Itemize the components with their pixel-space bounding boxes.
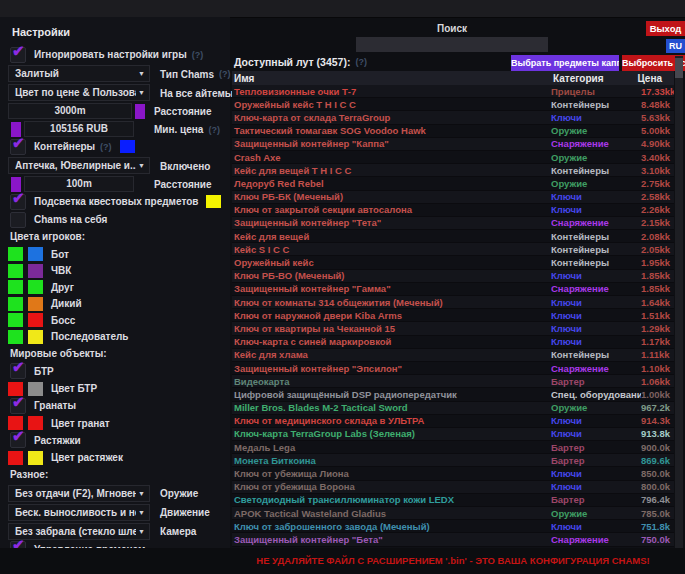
item-name: Ключ-карта с синей маркировкой <box>232 336 551 347</box>
table-row[interactable]: Тактический томагавк SOG Voodoo HawkОруж… <box>232 125 674 138</box>
table-row[interactable]: Цифровой защищённый DSP радиопередатчикС… <box>232 388 674 401</box>
table-scrollbar[interactable] <box>675 56 683 548</box>
checkbox-row: ✔Игнорировать настройки игры(?) <box>8 47 226 62</box>
table-row[interactable]: Кейс для вещей T H I C CКонтейнеры3.10kk <box>232 164 674 177</box>
dropdown[interactable]: Аптечка, Ювелирные и...▼ <box>8 157 150 174</box>
color-swatch[interactable] <box>8 280 23 294</box>
table-row[interactable]: Crash AxeОружие3.40kk <box>232 151 674 164</box>
column-header-name[interactable]: Имя <box>232 73 553 84</box>
table-row[interactable]: Ключ от закрытой секции автосалонаКлючи2… <box>232 204 674 217</box>
check-icon: ✔ <box>12 43 25 58</box>
dropdown-value: Цвет по цене & Пользователь <box>15 87 136 98</box>
search-input[interactable] <box>356 37 548 52</box>
color-pair-label: Цвет БТР <box>51 383 97 394</box>
item-category: Контейнеры <box>551 349 641 360</box>
color-swatch[interactable] <box>135 104 145 119</box>
checkbox[interactable] <box>10 212 26 228</box>
dropdown-label-text: На все айтемы <box>160 87 233 98</box>
language-button[interactable]: RU <box>666 39 685 53</box>
color-swatch[interactable] <box>28 280 43 294</box>
color-swatch[interactable] <box>120 140 135 153</box>
checkbox[interactable]: ✔ <box>10 47 26 63</box>
table-row[interactable]: Кейс для вещейКонтейнеры2.08kk <box>232 230 674 243</box>
table-row[interactable]: Оружейный кейс T H I C CКонтейнеры8.48kk <box>232 98 674 111</box>
item-category: Ключи <box>551 468 641 479</box>
table-row[interactable]: Ключ-карта с синей маркировкойКлючи1.17k… <box>232 336 674 349</box>
dropdown[interactable]: Без отдачи (F2), Мгновенное п▼ <box>8 485 150 502</box>
color-swatch[interactable] <box>28 297 43 311</box>
chevron-down-icon: ▼ <box>138 528 145 535</box>
table-row[interactable]: Монета БиткоинаБартер869.6k <box>232 454 674 467</box>
table-row[interactable]: Ключ-карта TerraGroup Labs (Зеленая)Ключ… <box>232 428 674 441</box>
dropdown[interactable]: Без забрала (стекло шлема)▼ <box>8 523 150 540</box>
help-icon[interactable]: (?) <box>219 69 231 79</box>
table-row[interactable]: APOK Tactical Wasteland GladiusОружие785… <box>232 507 674 520</box>
color-swatch[interactable] <box>8 313 23 327</box>
table-row[interactable]: Медаль LegaБартер900.0k <box>232 441 674 454</box>
input-row: 3000mРасстояние <box>8 103 226 119</box>
table-row[interactable]: Оружейный кейсКонтейнеры1.95kk <box>232 256 674 269</box>
color-swatch[interactable] <box>8 330 23 344</box>
table-row[interactable]: Ледоруб Red RebelОружие2.75kk <box>232 177 674 190</box>
table-row[interactable]: Ключ-карта от склада TerraGroupКлючи5.63… <box>232 111 674 124</box>
color-swatch[interactable] <box>28 247 43 261</box>
dropdown[interactable]: Беск. выносливость и нет уста▼ <box>8 504 150 521</box>
checkbox[interactable]: ✔ <box>10 398 26 414</box>
color-swatch[interactable] <box>28 313 43 327</box>
table-row[interactable]: ВидеокартаБартер1.06kk <box>232 375 674 388</box>
table-row[interactable]: Ключ от медицинского склада в УЛЬТРАКлюч… <box>232 415 674 428</box>
table-row[interactable]: Ключ от убежища ВоронаКлючи800.0k <box>232 481 674 494</box>
color-swatch[interactable] <box>28 264 43 278</box>
color-swatch[interactable] <box>28 382 43 396</box>
help-icon[interactable]: (?) <box>208 124 220 134</box>
column-header-price[interactable]: Цена <box>637 73 674 84</box>
help-icon[interactable]: (?) <box>100 142 112 152</box>
color-swatch[interactable] <box>8 451 23 465</box>
scrollbar-thumb[interactable] <box>675 58 683 78</box>
color-swatch[interactable] <box>8 247 23 261</box>
table-row[interactable]: Ключ от убежища ЛионаКлючи850.0k <box>232 467 674 480</box>
column-header-category[interactable]: Категория <box>553 73 637 84</box>
table-row[interactable]: Защищенный контейнер "Каппа"Снаряжение4.… <box>232 138 674 151</box>
dropdown-row: Беск. выносливость и нет уста▼Движение <box>8 504 226 521</box>
table-row[interactable]: Светодиодный трансиллюминатор кожи LEDXБ… <box>232 494 674 507</box>
help-icon[interactable]: (?) <box>355 57 367 67</box>
item-name: Ключ от комнаты 314 общежития (Меченый) <box>232 297 551 308</box>
color-swatch[interactable] <box>28 451 43 465</box>
color-swatch[interactable] <box>28 330 43 344</box>
color-swatch[interactable] <box>206 195 221 208</box>
exit-button[interactable]: Выход <box>646 21 685 36</box>
table-row[interactable]: Кейс S I C CКонтейнеры2.05kk <box>232 243 674 256</box>
checkbox[interactable]: ✔ <box>10 363 26 379</box>
checkbox[interactable]: ✔ <box>10 139 26 155</box>
table-row[interactable]: Ключ от комнаты 314 общежития (Меченый)К… <box>232 296 674 309</box>
table-row[interactable]: Защищенный контейнер "Бета"Снаряжение750… <box>232 533 674 546</box>
checkbox-row: ✔БТР <box>8 364 226 379</box>
dropdown[interactable]: Цвет по цене & Пользователь▼ <box>8 84 150 101</box>
color-swatch[interactable] <box>8 297 23 311</box>
table-row[interactable]: Защищенный контейнер "Эпсилон"Снаряжение… <box>232 362 674 375</box>
table-row[interactable]: Ключ от наружной двери Kiba ArmsКлючи1.5… <box>232 309 674 322</box>
table-row[interactable]: Защищенный контейнер "Тета"Снаряжение2.1… <box>232 217 674 230</box>
table-row[interactable]: Защищенный контейнер "Гамма"Снаряжение1.… <box>232 283 674 296</box>
table-row[interactable]: Ключ РБ-БК (Меченый)Ключи2.58kk <box>232 191 674 204</box>
value-input[interactable]: 100m <box>24 176 134 192</box>
checkbox-label: Растяжки <box>34 435 81 446</box>
table-row[interactable]: Ключ от заброшенного завода (Меченый)Клю… <box>232 520 674 533</box>
checkbox[interactable]: ✔ <box>10 432 26 448</box>
table-row[interactable]: Тепловизионные очки Т-7Прицелы17.33kk <box>232 85 674 98</box>
value-input[interactable]: 105156 RUB <box>24 121 134 137</box>
table-row[interactable]: Кейс для хламаКонтейнеры1.11kk <box>232 349 674 362</box>
value-input[interactable]: 3000m <box>8 103 132 119</box>
table-row[interactable]: Miller Bros. Blades M-2 Tactical SwordОр… <box>232 402 674 415</box>
select-kappa-items-button[interactable]: Выбрать предметы каппа <box>511 55 619 71</box>
help-icon[interactable]: (?) <box>192 50 204 60</box>
table-row[interactable]: Ключ от квартиры на Чеканной 15Ключи1.29… <box>232 322 674 335</box>
color-pair-row: Цвет гранат <box>8 416 230 430</box>
checkbox[interactable]: ✔ <box>10 194 26 210</box>
color-swatch[interactable] <box>8 264 23 278</box>
dropdown[interactable]: Залитый▼ <box>8 65 150 82</box>
table-row[interactable]: Ключ РБ-ВО (Меченый)Ключи1.85kk <box>232 270 674 283</box>
color-swatch[interactable] <box>28 416 43 430</box>
item-category: Оружие <box>551 125 641 136</box>
